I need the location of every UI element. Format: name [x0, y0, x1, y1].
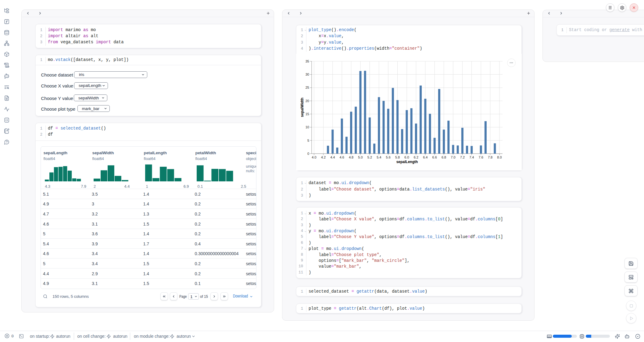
svg-text:5.8: 5.8	[395, 155, 400, 159]
svg-text:5.2: 5.2	[367, 155, 372, 159]
svg-text:6.2: 6.2	[414, 155, 418, 159]
svg-text:35: 35	[306, 59, 309, 63]
svg-text:20: 20	[306, 99, 309, 103]
svg-text:5.4: 5.4	[377, 155, 381, 159]
svg-text:4.4: 4.4	[330, 155, 335, 159]
svg-text:8.0: 8.0	[497, 155, 502, 159]
svg-text:30: 30	[306, 73, 309, 76]
svg-text:15: 15	[306, 112, 309, 116]
svg-text:6.8: 6.8	[442, 155, 446, 159]
svg-text:7.2: 7.2	[460, 155, 465, 159]
svg-text:6.4: 6.4	[423, 155, 428, 159]
svg-text:4.6: 4.6	[340, 155, 344, 159]
svg-text:0: 0	[307, 152, 309, 155]
svg-text:6.0: 6.0	[404, 155, 409, 159]
svg-text:6.6: 6.6	[432, 155, 437, 159]
svg-text:4.8: 4.8	[349, 155, 353, 159]
svg-text:7.6: 7.6	[479, 155, 483, 159]
svg-text:7.4: 7.4	[469, 155, 474, 159]
svg-text:5.6: 5.6	[386, 155, 391, 159]
svg-text:7.0: 7.0	[451, 155, 455, 159]
svg-text:4.0: 4.0	[312, 155, 316, 159]
svg-text:7.8: 7.8	[488, 155, 492, 159]
svg-text:sepalWidth: sepalWidth	[300, 98, 304, 117]
svg-text:25: 25	[306, 86, 309, 89]
svg-text:5.0: 5.0	[358, 155, 363, 159]
svg-text:sepalLength: sepalLength	[396, 160, 418, 164]
svg-text:4.2: 4.2	[321, 155, 326, 159]
svg-text:5: 5	[307, 139, 309, 142]
svg-text:10: 10	[306, 125, 309, 129]
